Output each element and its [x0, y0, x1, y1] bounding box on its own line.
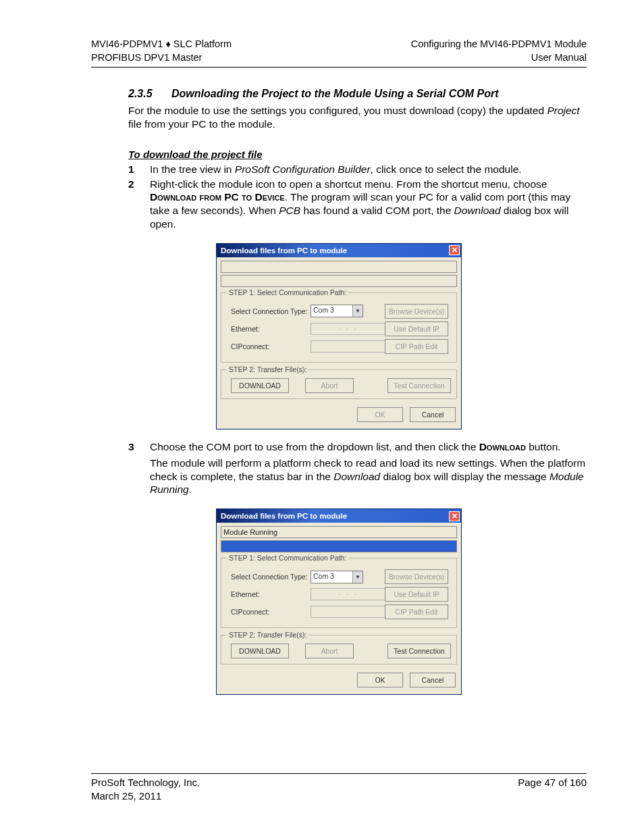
ethernet-ip-input[interactable]: . . .	[311, 323, 386, 335]
page-header: MVI46-PDPMV1 ♦ SLC Platform PROFIBUS DPV…	[91, 38, 587, 64]
procedure-heading: To download the project file	[128, 149, 587, 160]
cancel-button-2[interactable]: Cancel	[410, 673, 456, 687]
progress-bar	[221, 275, 457, 287]
abort-button-2[interactable]: Abort	[305, 644, 354, 658]
connection-type-dropdown[interactable]: Com 3 ▼	[311, 305, 363, 317]
chevron-down-icon-2[interactable]: ▼	[352, 571, 363, 583]
ethernet-row-2: Ethernet: . . . Use Default IP	[227, 587, 451, 602]
document-page: MVI46-PDPMV1 ♦ SLC Platform PROFIBUS DPV…	[0, 0, 644, 834]
section-heading: 2.3.5 Downloading the Project to the Mod…	[128, 88, 587, 100]
cipconnect-row-2: CIPconnect: CIP Path Edit	[227, 604, 451, 619]
step-2-post: has found a valid COM port, the	[300, 205, 454, 216]
dialog-body-2: Module Running STEP 1: Select Communicat…	[217, 523, 461, 694]
header-right: Configuring the MVI46-PDPMV1 Module User…	[411, 38, 587, 64]
step-1-number: 1	[128, 163, 150, 176]
cip-path-edit-button-2[interactable]: CIP Path Edit	[385, 604, 448, 619]
step2-groupbox-2: STEP 2: Transfer File(s): DOWNLOAD Abort…	[221, 635, 457, 664]
cipconnect-row: CIPconnect: CIP Path Edit	[227, 339, 451, 354]
dropdown-value: Com 3	[311, 305, 352, 317]
ethernet-label-2: Ethernet:	[227, 590, 311, 598]
status-field-2: Module Running	[221, 526, 457, 538]
step-1-text: In the tree view in ProSoft Configuratio…	[150, 163, 587, 176]
step-3-number: 3	[128, 440, 150, 454]
connection-type-row: Select Connection Type: Com 3 ▼ Browse D…	[227, 304, 451, 319]
connection-type-label: Select Connection Type:	[227, 307, 311, 315]
abort-button[interactable]: Abort	[305, 378, 354, 393]
download-dialog-2: Download files from PC to module ✕ Modul…	[216, 509, 462, 695]
step-2-italic-pcb: PCB	[279, 205, 300, 216]
section-number: 2.3.5	[128, 88, 171, 100]
ethernet-row: Ethernet: . . . Use Default IP	[227, 321, 451, 336]
cipconnect-input[interactable]	[311, 340, 386, 353]
step-3: 3 Choose the COM port to use from the dr…	[128, 440, 587, 454]
step2-legend: STEP 2: Transfer File(s):	[227, 365, 308, 373]
cipconnect-label: CIPconnect:	[227, 342, 311, 350]
footer-rule	[91, 773, 587, 774]
header-left-line2: PROFIBUS DPV1 Master	[91, 51, 232, 65]
step-2: 2 Right-click the module icon to open a …	[128, 178, 587, 231]
footer-page: Page 47 of 160	[518, 776, 587, 804]
step-2-number: 2	[128, 178, 150, 231]
chevron-down-icon[interactable]: ▼	[352, 305, 363, 317]
step-2-text: Right-click the module icon to open a sh…	[150, 178, 587, 231]
ok-button-2[interactable]: OK	[357, 673, 403, 687]
step2-groupbox: STEP 2: Transfer File(s): DOWNLOAD Abort…	[221, 369, 457, 399]
followup-c: .	[189, 484, 192, 495]
dialog-title-2: Download files from PC to module	[221, 512, 347, 520]
step-1-post: , click once to select the module.	[371, 163, 522, 175]
dialog-footer-buttons-2: OK Cancel	[221, 671, 457, 687]
header-left: MVI46-PDPMV1 ♦ SLC Platform PROFIBUS DPV…	[91, 38, 232, 64]
connection-type-row-2: Select Connection Type: Com 3 ▼ Browse D…	[227, 569, 451, 584]
footer-company: ProSoft Technology, Inc.	[91, 776, 200, 789]
ethernet-ip-input-2[interactable]: . . .	[311, 588, 386, 600]
section-title-text: Downloading the Project to the Module Us…	[171, 88, 587, 100]
header-left-line1: MVI46-PDPMV1 ♦ SLC Platform	[91, 38, 232, 51]
ethernet-label: Ethernet:	[227, 325, 311, 333]
browse-devices-button-2[interactable]: Browse Device(s)	[385, 569, 448, 584]
close-icon-2[interactable]: ✕	[449, 511, 460, 521]
footer-date: March 25, 2011	[91, 789, 200, 803]
dialog-footer-buttons: OK Cancel	[221, 406, 457, 422]
step-3-followup: The module will perform a platform check…	[150, 457, 587, 496]
followup-b: dialog box will display the message	[380, 471, 549, 482]
cancel-button[interactable]: Cancel	[410, 407, 456, 422]
dialog-titlebar[interactable]: Download files from PC to module ✕	[217, 244, 461, 257]
close-icon[interactable]: ✕	[449, 245, 460, 255]
download-button-2[interactable]: DOWNLOAD	[231, 644, 289, 658]
dialog-body: STEP 1: Select Communication Path: Selec…	[217, 257, 461, 429]
download-button[interactable]: DOWNLOAD	[231, 378, 289, 393]
step-3-smallcaps: Download	[479, 441, 526, 452]
step-2-smallcaps: Download from PC to Device	[150, 191, 285, 203]
footer-left: ProSoft Technology, Inc. March 25, 2011	[91, 776, 200, 804]
connection-type-label-2: Select Connection Type:	[227, 573, 311, 581]
cipconnect-label-2: CIPconnect:	[227, 608, 311, 616]
step1-legend: STEP 1: Select Communication Path:	[227, 288, 348, 296]
test-connection-button[interactable]: Test Connection	[387, 378, 451, 393]
dialog-titlebar-2[interactable]: Download files from PC to module ✕	[217, 509, 461, 523]
step2-legend-2: STEP 2: Transfer File(s):	[227, 631, 308, 639]
step-3-post: button.	[526, 441, 561, 452]
step-3-text: Choose the COM port to use from the drop…	[150, 440, 587, 454]
test-connection-button-2[interactable]: Test Connection	[387, 644, 451, 658]
ok-button[interactable]: OK	[357, 407, 403, 422]
step-1: 1 In the tree view in ProSoft Configurat…	[128, 163, 587, 176]
dialog-title: Download files from PC to module	[221, 246, 347, 255]
download-dialog-1: Download files from PC to module ✕ STEP …	[216, 243, 462, 429]
connection-type-dropdown-2[interactable]: Com 3 ▼	[311, 571, 363, 583]
step1-groupbox: STEP 1: Select Communication Path: Selec…	[221, 292, 457, 363]
use-default-ip-button[interactable]: Use Default IP	[385, 321, 448, 336]
step-3-pre: Choose the COM port to use from the drop…	[150, 441, 479, 452]
followup-italic-download: Download	[333, 471, 380, 482]
step-1-italic: ProSoft Configuration Builder	[235, 163, 371, 175]
header-right-line1: Configuring the MVI46-PDPMV1 Module	[411, 38, 587, 51]
cipconnect-input-2[interactable]	[311, 606, 386, 618]
header-rule	[91, 67, 587, 68]
step1-groupbox-2: STEP 1: Select Communication Path: Selec…	[221, 558, 457, 628]
intro-paragraph: For the module to use the settings you c…	[128, 104, 587, 131]
browse-devices-button[interactable]: Browse Device(s)	[385, 304, 448, 319]
step-2-pre: Right-click the module icon to open a sh…	[150, 178, 547, 190]
use-default-ip-button-2[interactable]: Use Default IP	[385, 587, 448, 602]
header-right-line2: User Manual	[411, 51, 587, 65]
cip-path-edit-button[interactable]: CIP Path Edit	[385, 339, 448, 354]
progress-bar-full	[221, 540, 457, 552]
